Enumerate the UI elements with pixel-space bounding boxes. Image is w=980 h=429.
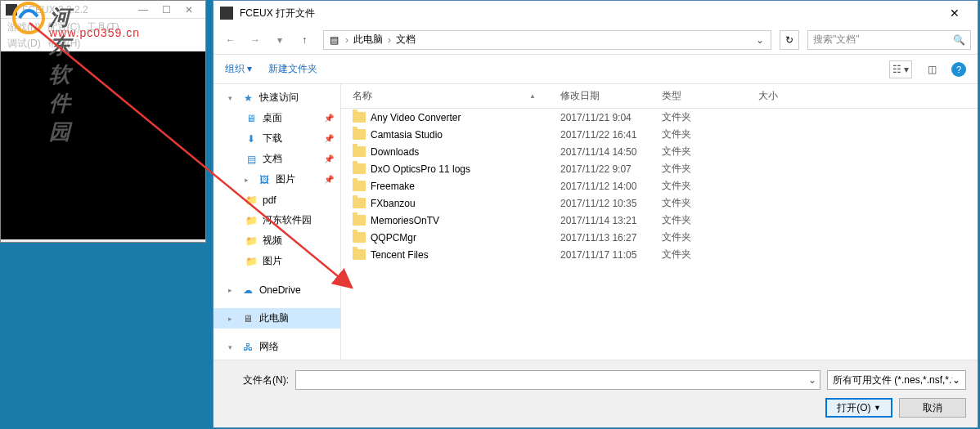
file-date: 2017/11/14 13:21 bbox=[560, 215, 662, 226]
file-list: 名称 ▲ 修改日期 类型 大小 Any Video Converter 2017… bbox=[341, 84, 978, 360]
file-name: DxO OpticsPro 11 logs bbox=[371, 163, 470, 175]
breadcrumb-thispc[interactable]: 此电脑 bbox=[350, 33, 386, 47]
menu-game[interactable]: 游戏(N) bbox=[4, 19, 44, 35]
sort-asc-icon: ▲ bbox=[529, 92, 536, 100]
dialog-title: FCEUX 打开文件 bbox=[240, 7, 938, 20]
file-row[interactable]: Tencent Files 2017/11/17 11:05 文件夹 bbox=[341, 246, 978, 263]
button-row: 打开(O) ▼ 取消 bbox=[225, 398, 966, 418]
file-type: 文件夹 bbox=[662, 230, 758, 244]
menu-tools[interactable]: 工具(T) bbox=[83, 19, 122, 35]
chevron-right-icon: › bbox=[344, 34, 350, 46]
file-date: 2017/11/14 14:50 bbox=[560, 146, 662, 158]
dialog-titlebar: FCEUX 打开文件 ✕ bbox=[214, 1, 978, 25]
sidebar-desktop[interactable]: 🖥 桌面 📌 bbox=[214, 108, 340, 128]
file-date: 2017/11/22 16:41 bbox=[560, 129, 662, 141]
open-button[interactable]: 打开(O) ▼ bbox=[825, 398, 892, 418]
search-input[interactable]: 搜索"文档" 🔍 bbox=[807, 30, 971, 50]
breadcrumb[interactable]: ▤ › 此电脑 › 文档 ⌄ bbox=[323, 30, 771, 50]
file-row[interactable]: Any Video Converter 2017/11/21 9:04 文件夹 bbox=[341, 109, 978, 126]
file-name: Downloads bbox=[371, 146, 419, 158]
breadcrumb-documents[interactable]: 文档 bbox=[393, 33, 419, 47]
folder-icon bbox=[353, 112, 366, 123]
dropdown-icon[interactable]: ⌄ bbox=[808, 374, 816, 386]
file-name: Freemake bbox=[371, 181, 415, 192]
maximize-button[interactable]: ☐ bbox=[155, 2, 178, 18]
chevron-right-icon: › bbox=[386, 34, 393, 46]
file-date: 2017/11/22 9:07 bbox=[560, 163, 662, 175]
chevron-icon: ▸ bbox=[228, 315, 236, 323]
folder-icon: 📁 bbox=[245, 214, 258, 227]
file-row[interactable]: FXbanzou 2017/11/12 10:35 文件夹 bbox=[341, 194, 978, 212]
dialog-close-button[interactable]: ✕ bbox=[938, 2, 971, 25]
pin-icon: 📌 bbox=[324, 134, 334, 143]
network-icon: 🖧 bbox=[241, 341, 254, 354]
file-row[interactable]: MemoriesOnTV 2017/11/14 13:21 文件夹 bbox=[341, 212, 978, 229]
breadcrumb-dropdown[interactable]: ⌄ bbox=[753, 34, 767, 46]
sidebar-thispc[interactable]: ▸ 🖥 此电脑 bbox=[214, 308, 340, 328]
menu-help[interactable]: 帮助(H) bbox=[44, 35, 84, 51]
folder-icon bbox=[353, 215, 366, 226]
cloud-icon: ☁ bbox=[241, 284, 254, 297]
cancel-button[interactable]: 取消 bbox=[899, 398, 966, 418]
menu-config[interactable]: 配置(C) bbox=[44, 19, 84, 35]
newfolder-button[interactable]: 新建文件夹 bbox=[268, 62, 317, 76]
file-row[interactable]: DxO OpticsPro 11 logs 2017/11/22 9:07 文件… bbox=[341, 160, 978, 177]
sidebar-quickaccess[interactable]: ▾ ★ 快速访问 bbox=[214, 87, 340, 108]
folder-icon bbox=[353, 146, 366, 157]
file-row[interactable]: Downloads 2017/11/14 14:50 文件夹 bbox=[341, 143, 978, 160]
view-mode-button[interactable]: ☷ ▾ bbox=[889, 60, 912, 78]
file-type: 文件夹 bbox=[662, 196, 758, 210]
fceux-window: FCEUX 2.2.2.2 — ☐ ✕ 游戏(N) 配置(C) 工具(T) 调试… bbox=[0, 0, 206, 243]
document-icon: ▤ bbox=[245, 153, 258, 166]
pc-icon: 🖥 bbox=[241, 312, 254, 325]
file-row[interactable]: Camtasia Studio 2017/11/22 16:41 文件夹 bbox=[341, 126, 978, 143]
nav-forward-button[interactable]: → bbox=[245, 29, 266, 51]
filename-input[interactable]: ⌄ bbox=[295, 370, 820, 390]
filetype-select[interactable]: 所有可用文件 (*.nes,*.nsf,*.fds ⌄ bbox=[827, 370, 966, 390]
file-name: FXbanzou bbox=[371, 198, 416, 209]
sidebar-downloads[interactable]: ⬇ 下载 📌 bbox=[214, 128, 340, 149]
breadcrumb-doc-icon: ▤ bbox=[327, 34, 340, 47]
sidebar-documents[interactable]: ▤ 文档 📌 bbox=[214, 149, 340, 169]
column-type[interactable]: 类型 bbox=[662, 89, 758, 103]
file-type: 文件夹 bbox=[662, 127, 758, 141]
file-date: 2017/11/21 9:04 bbox=[560, 112, 662, 123]
file-name: Any Video Converter bbox=[371, 112, 461, 123]
sidebar-onedrive[interactable]: ▸ ☁ OneDrive bbox=[214, 279, 340, 300]
sidebar-pictures2[interactable]: 📁 图片 bbox=[214, 251, 340, 271]
file-date: 2017/11/12 14:00 bbox=[560, 181, 662, 192]
sidebar-video[interactable]: 📁 视频 bbox=[214, 230, 340, 251]
nav-up-button[interactable]: ↑ bbox=[294, 29, 315, 51]
close-button[interactable]: ✕ bbox=[178, 2, 200, 18]
folder-icon bbox=[353, 129, 366, 140]
column-size[interactable]: 大小 bbox=[758, 89, 824, 103]
menu-debug[interactable]: 调试(D) bbox=[4, 35, 44, 51]
help-button[interactable]: ? bbox=[951, 62, 966, 77]
file-row[interactable]: Freemake 2017/11/12 14:00 文件夹 bbox=[341, 177, 978, 194]
file-type: 文件夹 bbox=[662, 179, 758, 193]
preview-pane-button[interactable]: ◫ bbox=[920, 60, 943, 78]
minimize-button[interactable]: — bbox=[132, 2, 155, 18]
sidebar-pdf[interactable]: 📁 pdf bbox=[214, 190, 340, 210]
sidebar: ▾ ★ 快速访问 🖥 桌面 📌 ⬇ 下载 📌 ▤ 文档 📌 ▸ 🖼 bbox=[214, 84, 341, 360]
dialog-toolbar: 组织 ▾ 新建文件夹 ☷ ▾ ◫ ? bbox=[214, 55, 978, 84]
download-icon: ⬇ bbox=[245, 132, 258, 145]
file-name: Tencent Files bbox=[371, 249, 429, 261]
column-date[interactable]: 修改日期 bbox=[560, 89, 662, 103]
organize-button[interactable]: 组织 ▾ bbox=[225, 62, 252, 76]
refresh-button[interactable]: ↻ bbox=[780, 30, 799, 50]
dropdown-icon: ⌄ bbox=[952, 374, 960, 386]
sidebar-network[interactable]: ▾ 🖧 网络 bbox=[214, 337, 340, 357]
column-name[interactable]: 名称 ▲ bbox=[353, 89, 560, 103]
nav-back-button[interactable]: ← bbox=[220, 29, 241, 51]
chevron-icon: ▾ bbox=[228, 343, 236, 351]
nav-history-button[interactable]: ▾ bbox=[269, 29, 290, 51]
dialog-body: ▾ ★ 快速访问 🖥 桌面 📌 ⬇ 下载 📌 ▤ 文档 📌 ▸ 🖼 bbox=[214, 84, 978, 360]
file-list-rows: Any Video Converter 2017/11/21 9:04 文件夹 … bbox=[341, 109, 978, 360]
sidebar-pictures[interactable]: ▸ 🖼 图片 📌 bbox=[214, 169, 340, 190]
sidebar-hedong[interactable]: 📁 河东软件园 bbox=[214, 210, 340, 230]
file-row[interactable]: QQPCMgr 2017/11/13 16:27 文件夹 bbox=[341, 229, 978, 246]
chevron-icon: ▾ bbox=[228, 94, 236, 102]
pin-icon: 📌 bbox=[324, 175, 334, 184]
open-file-dialog: FCEUX 打开文件 ✕ ← → ▾ ↑ ▤ › 此电脑 › 文档 ⌄ ↻ 搜索… bbox=[213, 0, 978, 428]
